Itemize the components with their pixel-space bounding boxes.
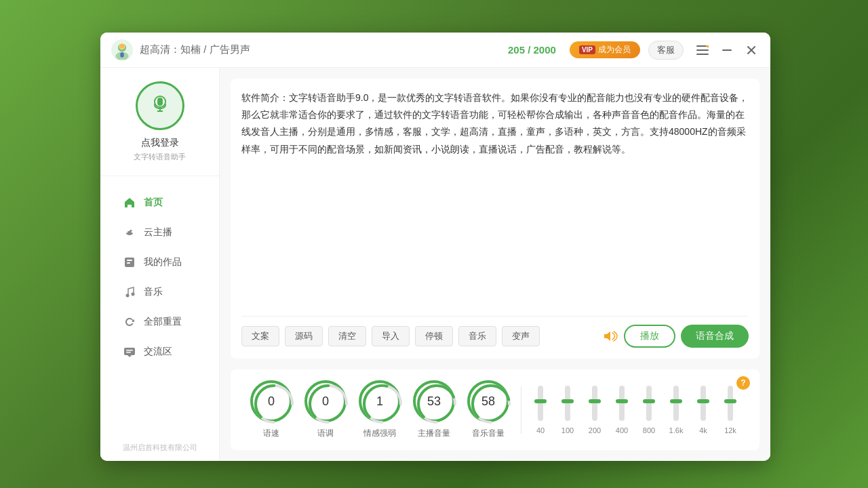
sidebar-nav: 首页 云主播 我的作品 bbox=[100, 187, 219, 367]
knob-label-emotion: 情感强弱 bbox=[363, 428, 396, 439]
knob-value-speed: 0 bbox=[268, 394, 275, 409]
eq-band-1.6k[interactable]: 1.6k bbox=[663, 386, 690, 434]
svg-point-4 bbox=[120, 43, 124, 47]
knob-circle-host_vol[interactable]: 53 bbox=[413, 380, 455, 422]
close-button[interactable] bbox=[743, 42, 760, 58]
svg-rect-25 bbox=[127, 262, 130, 264]
svg-rect-7 bbox=[696, 54, 709, 55]
eq-handle-800[interactable] bbox=[643, 399, 655, 403]
knob-emotion[interactable]: 1 情感强弱 bbox=[353, 380, 407, 439]
sidebar-item-cloud[interactable]: 云主播 bbox=[106, 218, 214, 247]
sidebar-home-label: 首页 bbox=[144, 197, 163, 209]
knob-value-music_vol: 58 bbox=[481, 394, 495, 409]
eq-track-40[interactable] bbox=[538, 386, 543, 421]
eq-handle-200[interactable] bbox=[589, 399, 601, 403]
editor-text[interactable]: 软件简介：文字转语音助手9.0，是一款优秀的文字转语音软件。如果你没有专业的配音… bbox=[241, 89, 749, 308]
import-button[interactable]: 导入 bbox=[372, 326, 410, 346]
knob-value-emotion: 1 bbox=[376, 394, 383, 409]
sidebar-item-reset[interactable]: 全部重置 bbox=[106, 308, 214, 336]
window-controls bbox=[694, 42, 760, 58]
editor-panel: 软件简介：文字转语音助手9.0，是一款优秀的文字转语音软件。如果你没有专业的配音… bbox=[231, 79, 760, 359]
eq-track-200[interactable] bbox=[592, 386, 597, 421]
titlebar-title: 超高清：知楠 / 广告男声 bbox=[140, 43, 508, 56]
eq-track-12k[interactable] bbox=[728, 386, 733, 421]
user-login-text[interactable]: 点我登录 bbox=[141, 137, 179, 149]
eq-label-200: 200 bbox=[589, 426, 601, 434]
eq-label-1.6k: 1.6k bbox=[669, 426, 684, 434]
transform-button[interactable]: 变声 bbox=[502, 326, 540, 346]
eq-track-1.6k[interactable] bbox=[673, 386, 679, 421]
svg-rect-29 bbox=[126, 350, 133, 351]
doc-button[interactable]: 文案 bbox=[241, 326, 279, 346]
knob-pitch[interactable]: 0 语调 bbox=[298, 380, 353, 439]
knob-speed[interactable]: 0 语速 bbox=[244, 380, 298, 439]
avatar[interactable] bbox=[136, 81, 184, 130]
vip-button[interactable]: VIP 成为会员 bbox=[570, 41, 640, 58]
user-subtitle: 文字转语音助手 bbox=[134, 152, 186, 162]
sidebar-item-works[interactable]: 我的作品 bbox=[106, 248, 214, 277]
community-icon bbox=[122, 344, 137, 359]
sidebar-item-music[interactable]: 音乐 bbox=[106, 278, 214, 306]
knob-circle-music_vol[interactable]: 58 bbox=[467, 380, 509, 422]
app-window: 超高清：知楠 / 广告男声 205 / 2000 VIP 成为会员 客服 bbox=[100, 33, 770, 461]
svg-point-26 bbox=[126, 294, 130, 298]
eq-band-4k[interactable]: 4k bbox=[690, 386, 717, 434]
svg-point-21 bbox=[126, 231, 128, 233]
titlebar: 超高清：知楠 / 广告男声 205 / 2000 VIP 成为会员 客服 bbox=[100, 33, 770, 68]
sidebar-works-label: 我的作品 bbox=[144, 256, 182, 268]
volume-icon[interactable] bbox=[602, 329, 618, 343]
svg-rect-6 bbox=[696, 49, 709, 51]
eq-label-800: 800 bbox=[643, 426, 655, 434]
synth-button[interactable]: 语音合成 bbox=[681, 325, 749, 348]
svg-point-27 bbox=[132, 293, 135, 296]
eq-handle-4k[interactable] bbox=[697, 399, 709, 403]
eq-handle-400[interactable] bbox=[616, 399, 628, 403]
knob-circle-speed[interactable]: 0 bbox=[250, 380, 292, 422]
eq-band-40[interactable]: 40 bbox=[527, 386, 554, 434]
eq-handle-12k[interactable] bbox=[724, 399, 736, 403]
audio-panel: ? 0 语速 0 语调 1 情感强弱 bbox=[231, 369, 760, 450]
sidebar-item-community[interactable]: 交流区 bbox=[106, 338, 214, 366]
minimize-button[interactable] bbox=[719, 42, 735, 58]
code-button[interactable]: 源码 bbox=[285, 326, 323, 346]
sidebar-item-home[interactable]: 首页 bbox=[106, 188, 214, 217]
eq-track-4k[interactable] bbox=[701, 386, 706, 421]
help-badge[interactable]: ? bbox=[736, 376, 750, 390]
svg-rect-15 bbox=[157, 98, 163, 106]
eq-track-400[interactable] bbox=[619, 386, 625, 421]
main-content: 软件简介：文字转语音助手9.0，是一款优秀的文字转语音软件。如果你没有专业的配音… bbox=[220, 68, 770, 461]
eq-label-12k: 12k bbox=[724, 426, 736, 434]
knob-eq-divider bbox=[521, 386, 521, 434]
knob-circle-emotion[interactable]: 1 bbox=[359, 380, 401, 422]
clear-button[interactable]: 清空 bbox=[328, 326, 366, 346]
svg-point-8 bbox=[706, 45, 709, 47]
editor-toolbar: 文案 源码 清空 导入 停顿 音乐 变声 播放 语音合 bbox=[241, 316, 749, 348]
knob-group: 0 语速 0 语调 1 情感强弱 53 主播音量 bbox=[244, 380, 515, 439]
eq-label-4k: 4k bbox=[699, 426, 707, 434]
eq-band-800[interactable]: 800 bbox=[635, 386, 663, 434]
stop-button[interactable]: 停顿 bbox=[415, 326, 453, 346]
eq-band-12k[interactable]: 12k bbox=[717, 386, 744, 434]
eq-track-800[interactable] bbox=[646, 386, 652, 421]
knob-circle-pitch[interactable]: 0 bbox=[304, 380, 347, 422]
eq-band-200[interactable]: 200 bbox=[581, 386, 608, 434]
home-icon bbox=[122, 195, 137, 210]
eq-label-400: 400 bbox=[616, 426, 628, 434]
cloud-icon bbox=[122, 225, 137, 240]
content-area: 点我登录 文字转语音助手 首页 云主播 bbox=[100, 68, 770, 461]
char-count: 205 / 2000 bbox=[508, 44, 556, 56]
menu-button[interactable] bbox=[694, 42, 711, 58]
eq-handle-100[interactable] bbox=[561, 399, 574, 403]
eq-band-100[interactable]: 100 bbox=[554, 386, 581, 434]
knob-host_vol[interactable]: 53 主播音量 bbox=[407, 380, 461, 439]
music-button[interactable]: 音乐 bbox=[458, 326, 496, 346]
eq-band-400[interactable]: 400 bbox=[608, 386, 635, 434]
knob-music_vol[interactable]: 58 音乐音量 bbox=[461, 380, 515, 439]
eq-handle-40[interactable] bbox=[534, 399, 547, 403]
knob-label-pitch: 语调 bbox=[317, 428, 334, 439]
sidebar-music-label: 音乐 bbox=[144, 286, 163, 298]
play-button[interactable]: 播放 bbox=[624, 325, 675, 348]
eq-track-100[interactable] bbox=[565, 386, 570, 421]
service-button[interactable]: 客服 bbox=[648, 41, 684, 60]
eq-handle-1.6k[interactable] bbox=[670, 399, 682, 403]
